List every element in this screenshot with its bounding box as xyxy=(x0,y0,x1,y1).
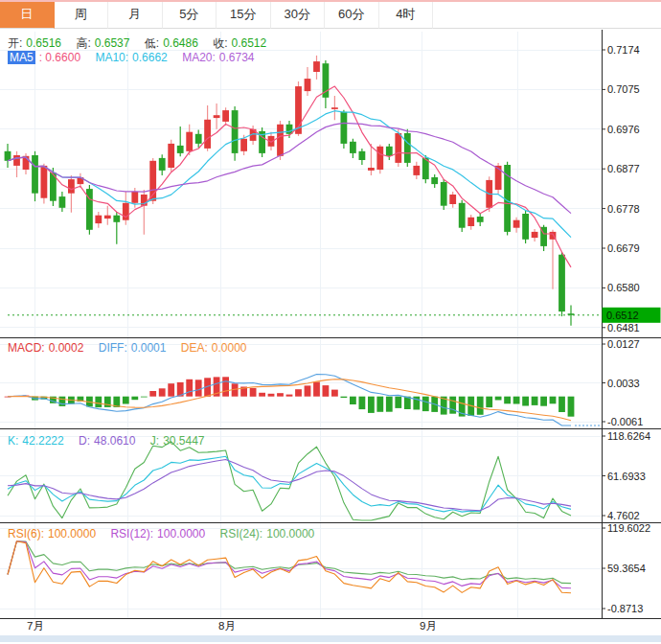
svg-text:0.6481: 0.6481 xyxy=(607,322,640,334)
svg-text:0.6512: 0.6512 xyxy=(606,310,639,321)
price-axis: 0.71740.70750.69760.68770.67780.66790.65… xyxy=(602,44,640,334)
tab-4hour[interactable]: 4时 xyxy=(379,2,434,29)
indicator-axes: 0.01270.0033-0.0061118.626461.69334.7602… xyxy=(602,338,650,614)
svg-text:0.6877: 0.6877 xyxy=(607,163,640,174)
svg-text:119.6022: 119.6022 xyxy=(607,522,650,534)
ma-lines xyxy=(8,86,571,267)
chart-canvas[interactable]: 0.71740.70750.69760.68770.67780.66790.65… xyxy=(0,29,661,644)
macd-pane xyxy=(5,375,600,426)
svg-text:4.7602: 4.7602 xyxy=(607,510,640,521)
svg-text:118.6264: 118.6264 xyxy=(607,430,650,442)
svg-text:0.6679: 0.6679 xyxy=(607,242,640,254)
svg-text:7月: 7月 xyxy=(27,620,44,632)
svg-text:-0.0061: -0.0061 xyxy=(607,416,643,427)
candlestick-series xyxy=(5,56,575,326)
svg-text:0.7174: 0.7174 xyxy=(607,44,640,56)
tab-30min[interactable]: 30分 xyxy=(271,2,326,29)
chart-svg: 0.71740.70750.69760.68770.67780.66790.65… xyxy=(0,29,661,644)
kdj-pane xyxy=(8,442,571,520)
tab-month[interactable]: 月 xyxy=(108,2,163,29)
svg-text:9月: 9月 xyxy=(420,620,437,632)
svg-text:0.7075: 0.7075 xyxy=(607,83,640,95)
tab-15min[interactable]: 15分 xyxy=(217,2,271,29)
period-tabbar: 日 周 月 5分 15分 30分 60分 4时 xyxy=(0,2,661,29)
last-price-tag: 0.6512 xyxy=(603,308,661,323)
svg-text:0.6778: 0.6778 xyxy=(607,203,640,215)
svg-text:0.0033: 0.0033 xyxy=(607,378,640,389)
tab-day[interactable]: 日 xyxy=(0,2,55,29)
svg-text:0.6976: 0.6976 xyxy=(607,124,640,135)
svg-text:-0.8713: -0.8713 xyxy=(607,603,643,614)
svg-text:0.6580: 0.6580 xyxy=(607,282,640,293)
tab-60min[interactable]: 60分 xyxy=(325,2,379,29)
tab-week[interactable]: 周 xyxy=(55,2,109,29)
svg-text:8月: 8月 xyxy=(218,620,236,632)
rsi-pane xyxy=(8,541,571,593)
pane-separators xyxy=(0,30,661,618)
chart-scrollbar[interactable] xyxy=(0,635,661,642)
svg-text:59.3654: 59.3654 xyxy=(607,563,646,574)
tab-5min[interactable]: 5分 xyxy=(163,2,217,29)
month-axis: 7月8月9月 xyxy=(27,620,437,632)
tabbar-filler xyxy=(433,2,661,29)
svg-text:0.0127: 0.0127 xyxy=(607,338,640,350)
svg-text:61.6933: 61.6933 xyxy=(607,471,646,482)
